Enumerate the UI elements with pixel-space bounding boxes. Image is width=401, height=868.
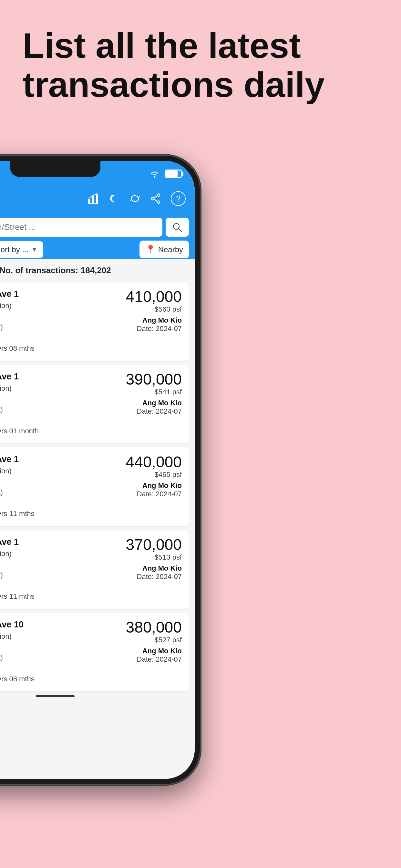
chart-icon[interactable]	[87, 192, 99, 205]
svg-point-5	[157, 194, 160, 196]
nearby-button[interactable]: 📍 Nearby	[140, 241, 189, 258]
battery-icon	[165, 169, 182, 178]
card-lease: Remaining Lease: 52 yrs 08 mths	[0, 674, 124, 684]
card-price: 380,000	[124, 620, 182, 635]
card-storey: Storey: 01 TO 03	[0, 559, 124, 569]
sort-by-dropdown-icon: ▼	[31, 246, 37, 253]
card-address: 333 Ang Mo Kio Ave 1	[0, 289, 124, 299]
card-flat-type: 3 Room (New Generation)	[0, 466, 124, 476]
card-town: Ang Mo Kio	[124, 647, 182, 655]
search-section: Flat Types ... ▼ Sort by ... ▼ 📍 Nearby	[0, 213, 195, 262]
card-town: Ang Mo Kio	[124, 399, 182, 407]
status-icons	[149, 167, 182, 178]
wifi-icon	[149, 169, 160, 178]
transaction-card[interactable]: 218 Ang Mo Kio Ave 1 3 Room (New Generat…	[0, 530, 189, 609]
app-header: HDB Resale	[0, 184, 195, 213]
card-flat-type: 3 Room (New Generation)	[0, 631, 124, 642]
card-area: Area: 68 sqm (732 sqft)	[0, 321, 124, 332]
headline-line2: transactions daily	[23, 65, 325, 104]
svg-point-0	[154, 176, 156, 178]
nearby-label: Nearby	[158, 245, 183, 254]
card-right: 390,000 $541 psf Ang Mo Kio Date: 2024-0…	[124, 372, 182, 415]
card-area: Area: 67 sqm (721 sqft)	[0, 652, 124, 663]
scroll-indicator	[36, 695, 74, 697]
card-right: 410,000 $560 psf Ang Mo Kio Date: 2024-0…	[124, 289, 182, 333]
card-psf: $513 psf	[124, 553, 182, 562]
notch	[10, 161, 100, 177]
card-flat-type: 3 Room (New Generation)	[0, 548, 124, 559]
refresh-icon[interactable]	[129, 193, 141, 204]
card-right: 370,000 $513 psf Ang Mo Kio Date: 2024-0…	[124, 537, 182, 581]
card-date: Date: 2024-07	[124, 407, 182, 415]
card-lease: Remaining Lease: 52 yrs 01 month	[0, 426, 124, 436]
card-flat-type: 3 Room (New Generation)	[0, 300, 124, 311]
card-storey: Storey: 10 TO 12	[0, 394, 124, 404]
svg-line-8	[154, 196, 157, 198]
card-left: 218 Ang Mo Kio Ave 1 3 Room (New Generat…	[0, 537, 124, 601]
card-left: 220 Ang Mo Kio Ave 1 3 Room (New Generat…	[0, 372, 124, 436]
transaction-card[interactable]: 320 Ang Mo Kio Ave 1 3 Room (New Generat…	[0, 447, 189, 526]
town-input[interactable]	[0, 218, 162, 237]
card-right: 440,000 $465 psf Ang Mo Kio Date: 2024-0…	[124, 454, 182, 498]
card-area: Area: 67 sqm (721 sqft)	[0, 404, 124, 415]
svg-rect-2	[92, 196, 94, 204]
search-row	[0, 218, 189, 237]
card-price: 390,000	[124, 372, 182, 387]
card-address: 220 Ang Mo Kio Ave 1	[0, 372, 124, 382]
card-storey: Storey: 04 TO 06	[0, 476, 124, 487]
card-date: Date: 2024-07	[124, 490, 182, 498]
card-psf: $541 psf	[124, 388, 182, 396]
phone-screen: 11:54 HDB Resale	[0, 161, 195, 779]
card-built: Built: 1976	[0, 580, 124, 591]
card-storey: Storey: 01 TO 03	[0, 642, 124, 652]
card-price: 410,000	[124, 289, 182, 305]
phone-frame: 11:54 HDB Resale	[0, 155, 201, 785]
card-town: Ang Mo Kio	[124, 564, 182, 572]
location-pin-icon: 📍	[145, 244, 156, 254]
svg-point-6	[157, 201, 160, 204]
card-town: Ang Mo Kio	[124, 316, 182, 324]
card-built: Built: 1981	[0, 332, 124, 343]
card-area: Area: 67 sqm (721 sqft)	[0, 569, 124, 580]
search-button[interactable]	[166, 218, 189, 237]
transactions-count: No. of transactions: 184,202	[0, 259, 195, 282]
help-icon[interactable]: ?	[171, 191, 186, 206]
card-lease: Remaining Lease: 50 yrs 11 mths	[0, 591, 124, 601]
battery-fill	[166, 170, 178, 177]
cards-container: 333 Ang Mo Kio Ave 1 3 Room (New Generat…	[0, 282, 195, 691]
card-price: 440,000	[124, 454, 182, 470]
card-date: Date: 2024-07	[124, 324, 182, 333]
card-area: Area: 88 sqm (947 sqft)	[0, 487, 124, 498]
card-storey: Storey: 04 TO 06	[0, 311, 124, 321]
sort-by-label: Sort by ...	[0, 245, 28, 254]
transaction-card[interactable]: 220 Ang Mo Kio Ave 1 3 Room (New Generat…	[0, 365, 189, 443]
card-date: Date: 2024-07	[124, 655, 182, 663]
card-built: Built: 1977	[0, 498, 124, 508]
card-lease: Remaining Lease: 51 yrs 11 mths	[0, 508, 124, 519]
content-area: No. of transactions: 184,202 333 Ang Mo …	[0, 259, 195, 779]
headline-line1: List all the latest	[23, 26, 301, 65]
filter-row: Flat Types ... ▼ Sort by ... ▼ 📍 Nearby	[0, 241, 189, 258]
card-town: Ang Mo Kio	[124, 482, 182, 490]
svg-line-11	[179, 228, 182, 232]
sort-by-button[interactable]: Sort by ... ▼	[0, 241, 43, 258]
app-logo: HDB Resale	[0, 192, 81, 205]
card-address: 320 Ang Mo Kio Ave 1	[0, 454, 124, 464]
card-built: Built: 1979	[0, 663, 124, 674]
card-date: Date: 2024-07	[124, 572, 182, 581]
svg-rect-1	[88, 199, 90, 204]
card-address: 218 Ang Mo Kio Ave 1	[0, 537, 124, 547]
card-left: 333 Ang Mo Kio Ave 1 3 Room (New Generat…	[0, 289, 124, 353]
transaction-card[interactable]: 440 Ang Mo Kio Ave 10 3 Room (New Genera…	[0, 613, 189, 691]
card-psf: $560 psf	[124, 305, 182, 314]
card-psf: $527 psf	[124, 636, 182, 644]
card-address: 440 Ang Mo Kio Ave 10	[0, 620, 124, 630]
card-built: Built: 1977	[0, 415, 124, 426]
svg-line-9	[154, 199, 157, 202]
card-psf: $465 psf	[124, 470, 182, 479]
transaction-card[interactable]: 333 Ang Mo Kio Ave 1 3 Room (New Generat…	[0, 282, 189, 361]
share-icon[interactable]	[150, 193, 161, 204]
svg-point-7	[151, 197, 154, 200]
card-left: 320 Ang Mo Kio Ave 1 3 Room (New Generat…	[0, 454, 124, 519]
moon-icon[interactable]	[109, 193, 120, 204]
